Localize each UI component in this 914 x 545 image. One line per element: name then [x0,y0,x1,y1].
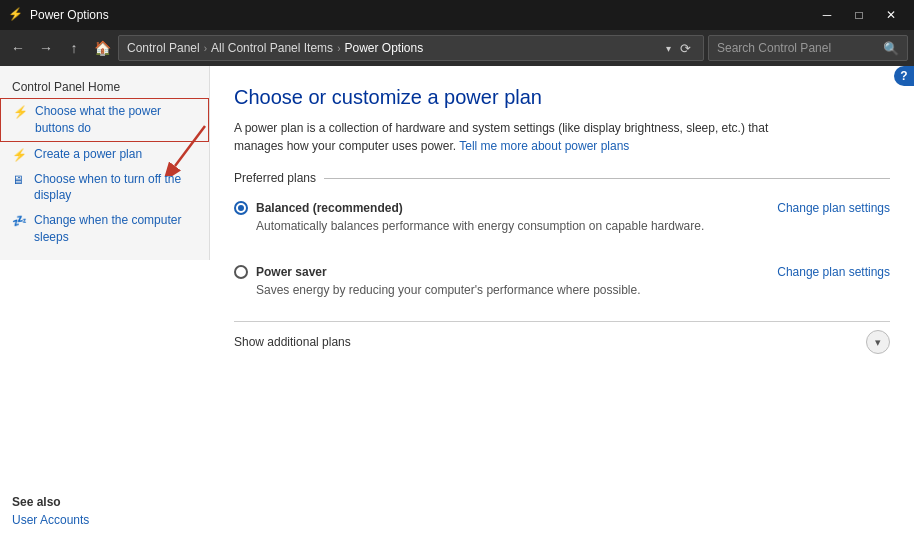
plan-power-saver-header: Power saver Change plan settings [234,265,890,279]
description-text: A power plan is a collection of hardware… [234,119,814,155]
window-title: Power Options [30,8,109,22]
plan-balanced-desc: Automatically balances performance with … [234,219,890,233]
display-icon: 🖥 [12,172,28,188]
sidebar-item-turn-off-display[interactable]: 🖥 Choose when to turn off the display [0,167,209,209]
breadcrumb-power-options[interactable]: Power Options [344,41,423,55]
sleep-icon: 💤 [12,213,28,229]
power-buttons-icon: ⚡ [13,104,29,120]
sidebar: Control Panel Home ⚡ Choose what the pow… [0,66,210,260]
learn-more-link[interactable]: Tell me more about power plans [459,139,629,153]
sidebar-item-power-buttons-label: Choose what the power buttons do [35,103,196,137]
minimize-button[interactable]: ─ [812,5,842,25]
sidebar-item-sleep[interactable]: 💤 Change when the computer sleeps [0,208,209,250]
balanced-change-link[interactable]: Change plan settings [777,201,890,215]
user-accounts-link[interactable]: User Accounts [12,513,198,527]
search-input[interactable] [717,41,877,55]
see-also-section: See also User Accounts [0,487,210,535]
back-button[interactable]: ← [6,36,30,60]
sidebar-home-link[interactable]: Control Panel Home [0,76,209,98]
breadcrumb-sep-2: › [337,43,340,54]
forward-button[interactable]: → [34,36,58,60]
radio-dot [238,205,244,211]
plan-power-saver: Power saver Change plan settings Saves e… [234,257,890,305]
plan-power-saver-radio[interactable] [234,265,248,279]
maximize-button[interactable]: □ [844,5,874,25]
section-line [324,178,890,179]
breadcrumb-bar: Control Panel › All Control Panel Items … [118,35,704,61]
title-bar-controls: ─ □ ✕ [812,5,906,25]
sidebar-item-display-label: Choose when to turn off the display [34,171,197,205]
title-bar-left: ⚡ Power Options [8,7,109,23]
sidebar-item-sleep-label: Change when the computer sleeps [34,212,197,246]
up-button[interactable]: ↑ [62,36,86,60]
show-additional-plans-label[interactable]: Show additional plans [234,335,351,349]
plan-balanced-radio[interactable] [234,201,248,215]
plan-power-saver-name-row[interactable]: Power saver [234,265,327,279]
refresh-button[interactable]: ⟳ [675,41,695,56]
help-icon[interactable]: ? [894,66,914,86]
breadcrumb-control-panel[interactable]: Control Panel [127,41,200,55]
plan-balanced: Balanced (recommended) Change plan setti… [234,193,890,241]
plan-balanced-name-row[interactable]: Balanced (recommended) [234,201,403,215]
power-saver-change-link[interactable]: Change plan settings [777,265,890,279]
home-button[interactable]: 🏠 [90,36,114,60]
sidebar-item-create-plan-label: Create a power plan [34,146,142,163]
preferred-plans-label: Preferred plans [234,171,890,185]
plan-balanced-name: Balanced (recommended) [256,201,403,215]
section-title: Preferred plans [234,171,316,185]
address-bar: ← → ↑ 🏠 Control Panel › All Control Pane… [0,30,914,66]
page-title: Choose or customize a power plan [234,86,890,109]
main-container: Control Panel Home ⚡ Choose what the pow… [0,66,914,545]
chevron-down-icon[interactable]: ▾ [866,330,890,354]
search-icon: 🔍 [883,41,899,56]
sidebar-wrapper: Control Panel Home ⚡ Choose what the pow… [0,66,210,545]
sidebar-item-create-plan[interactable]: ⚡ Create a power plan [0,142,209,167]
plan-power-saver-desc: Saves energy by reducing your computer's… [234,283,890,297]
plan-power-saver-name: Power saver [256,265,327,279]
breadcrumb-dropdown-icon[interactable]: ▾ [666,43,671,54]
content-area: Choose or customize a power plan A power… [210,66,914,545]
see-also-title: See also [12,495,198,509]
app-icon: ⚡ [8,7,24,23]
create-plan-icon: ⚡ [12,147,28,163]
close-button[interactable]: ✕ [876,5,906,25]
plan-balanced-header: Balanced (recommended) Change plan setti… [234,201,890,215]
search-box[interactable]: 🔍 [708,35,908,61]
title-bar: ⚡ Power Options ─ □ ✕ [0,0,914,30]
breadcrumb-sep-1: › [204,43,207,54]
breadcrumb-all-items[interactable]: All Control Panel Items [211,41,333,55]
show-additional-plans-row: Show additional plans ▾ [234,321,890,354]
sidebar-item-power-buttons[interactable]: ⚡ Choose what the power buttons do [0,98,209,142]
